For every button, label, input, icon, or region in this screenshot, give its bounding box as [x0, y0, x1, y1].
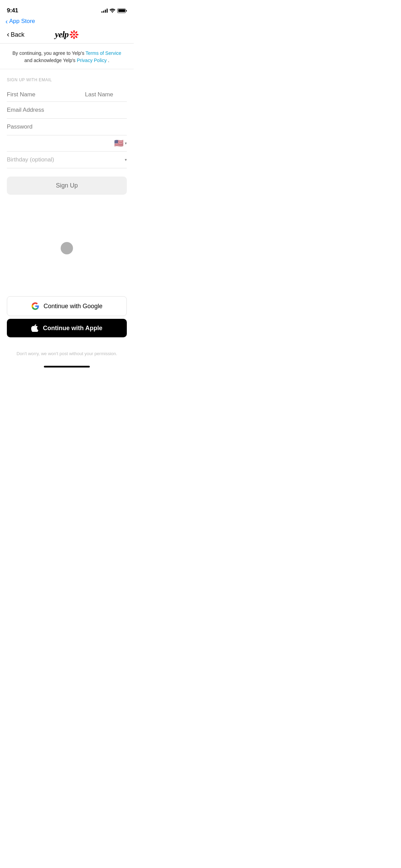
app-store-label: App Store — [9, 18, 35, 25]
app-store-nav[interactable]: ‹ App Store — [0, 16, 134, 27]
password-input[interactable] — [7, 119, 127, 135]
svg-point-8 — [70, 31, 73, 34]
us-flag-icon: 🇺🇸 — [114, 140, 123, 147]
home-bar — [44, 366, 90, 367]
app-store-back[interactable]: ‹ App Store — [5, 18, 35, 25]
svg-point-5 — [73, 36, 74, 39]
apple-button-label: Continue with Apple — [43, 325, 102, 332]
svg-point-2 — [75, 31, 78, 34]
scroll-indicator — [61, 242, 73, 254]
yelp-wordmark: yelp — [55, 29, 68, 40]
signal-icon — [101, 9, 108, 13]
birthday-placeholder: Birthday (optional) — [7, 156, 125, 163]
first-name-input[interactable] — [7, 88, 80, 101]
country-selector[interactable]: 🇺🇸 ▾ — [114, 140, 127, 147]
signup-form: SIGN UP WITH EMAIL 19904 🇺🇸 ▾ Birthday (… — [0, 69, 134, 200]
svg-point-0 — [73, 34, 75, 36]
home-indicator — [0, 363, 134, 370]
battery-icon — [117, 9, 127, 13]
form-section-label: SIGN UP WITH EMAIL — [7, 77, 127, 82]
status-bar: 9:41 — [0, 0, 134, 16]
status-time: 9:41 — [7, 7, 18, 14]
terms-notice: By continuing, you agree to Yelp's Terms… — [0, 44, 134, 69]
apple-logo-icon — [31, 324, 39, 332]
mid-section — [0, 200, 134, 296]
birthday-row[interactable]: Birthday (optional) ▾ — [7, 152, 127, 168]
social-section: Continue with Google Continue with Apple — [0, 296, 134, 350]
wifi-icon — [110, 9, 115, 13]
privacy-policy-link[interactable]: Privacy Policy — [77, 58, 107, 63]
google-button-label: Continue with Google — [44, 303, 102, 310]
email-input[interactable] — [7, 102, 127, 119]
zip-input[interactable]: 19904 — [7, 140, 114, 147]
birthday-dropdown-icon: ▾ — [125, 157, 127, 162]
svg-point-6 — [70, 35, 73, 38]
google-signin-button[interactable]: Continue with Google — [7, 296, 127, 316]
google-logo-icon — [31, 302, 39, 310]
terms-period: . — [108, 58, 109, 63]
svg-point-7 — [70, 34, 72, 35]
svg-point-3 — [76, 34, 78, 35]
permission-notice: Don't worry, we won't post without your … — [0, 350, 134, 363]
country-dropdown-icon: ▾ — [125, 141, 127, 146]
name-row — [7, 88, 127, 102]
last-name-input[interactable] — [85, 88, 134, 101]
terms-line2: and acknowledge Yelp's — [24, 58, 75, 63]
svg-point-1 — [73, 30, 74, 33]
signup-button[interactable]: Sign Up — [7, 177, 127, 195]
chevron-left-icon: ‹ — [5, 18, 8, 25]
back-button[interactable]: ‹ Back — [7, 31, 24, 38]
terms-of-service-link[interactable]: Terms of Service — [86, 50, 121, 56]
zip-country-row: 19904 🇺🇸 ▾ — [7, 135, 127, 152]
nav-bar: ‹ Back yelp — [0, 27, 134, 44]
back-label: Back — [11, 31, 24, 38]
status-icons — [101, 9, 127, 13]
yelp-burst-icon — [69, 30, 79, 39]
permission-text: Don't worry, we won't post without your … — [16, 351, 117, 356]
yelp-logo: yelp — [55, 29, 78, 40]
svg-point-4 — [75, 35, 78, 38]
back-chevron-icon: ‹ — [7, 31, 9, 38]
apple-signin-button[interactable]: Continue with Apple — [7, 319, 127, 337]
terms-line1: By continuing, you agree to Yelp's — [12, 50, 84, 56]
